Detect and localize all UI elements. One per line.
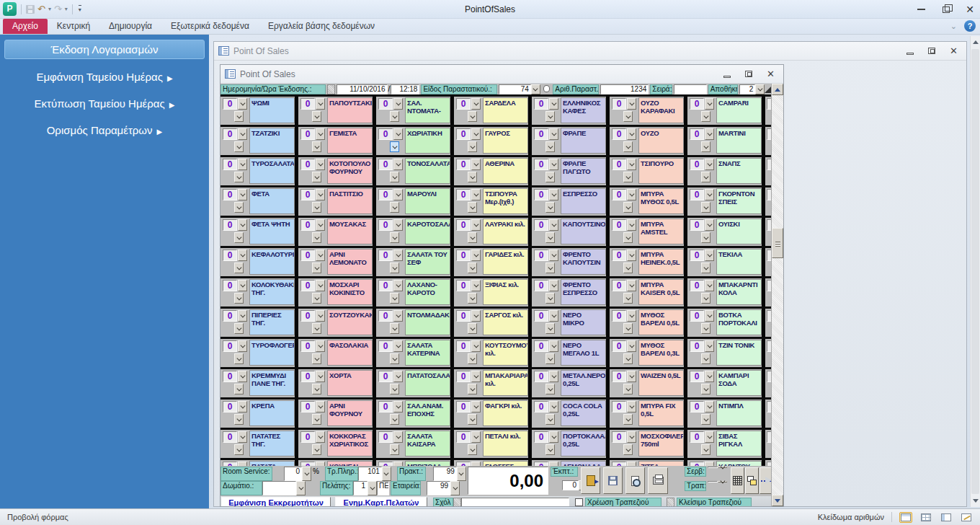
product-button[interactable]: ΠΑΤΑΤΟΣΑΛΑΤΑ <box>405 370 450 396</box>
quantity-value[interactable]: 0 <box>223 310 237 322</box>
product-button[interactable]: ΜΠΥΡΑ KAISER 0,5L <box>638 279 684 305</box>
chevron-down-icon[interactable] <box>549 401 558 412</box>
chevron-down-icon[interactable] <box>312 444 321 455</box>
chevron-down-icon[interactable] <box>471 189 481 200</box>
chevron-down-icon[interactable] <box>393 431 403 443</box>
chevron-down-icon[interactable] <box>705 431 714 443</box>
product-button[interactable]: ΜΠΥΡΑ FIX 0,5L <box>638 400 684 426</box>
quantity-value[interactable]: 0 <box>223 189 237 200</box>
quantity-value[interactable]: 0 <box>690 431 704 443</box>
chevron-down-icon[interactable] <box>627 431 636 443</box>
quantity-value[interactable]: 0 <box>612 189 626 200</box>
chevron-down-icon[interactable] <box>238 401 247 412</box>
chevron-down-icon[interactable] <box>312 232 321 243</box>
scroll-up-icon[interactable] <box>772 84 783 95</box>
chevron-down-icon[interactable] <box>705 280 714 291</box>
chevron-down-icon[interactable] <box>468 414 477 425</box>
quantity-value[interactable]: 0 <box>456 189 471 200</box>
datasheet-view-button[interactable] <box>919 512 932 523</box>
chevron-down-icon[interactable] <box>701 202 710 213</box>
chevron-down-icon[interactable] <box>471 250 481 261</box>
chevron-down-icon[interactable] <box>549 128 558 140</box>
product-button[interactable]: ΓΚΟΡΝΤΟΝ ΣΠΕΙΣ <box>716 188 762 214</box>
quantity-value[interactable]: 0 <box>456 310 471 322</box>
chevron-down-icon[interactable] <box>468 293 477 304</box>
chevron-down-icon[interactable] <box>390 353 399 364</box>
undo-icon[interactable]: ↶ <box>37 4 45 14</box>
product-button[interactable]: ΠΟΡΤΟΚΑΛΑΔΑ 0,25L <box>561 431 606 456</box>
save-button[interactable] <box>603 467 623 494</box>
chevron-down-icon[interactable] <box>623 111 633 122</box>
chevron-down-icon[interactable] <box>468 141 477 152</box>
chevron-down-icon[interactable] <box>545 384 555 394</box>
quantity-value[interactable]: 0 <box>223 250 237 261</box>
chevron-down-icon[interactable] <box>549 431 558 443</box>
product-button[interactable]: ΓΛΩΣΣΕΣ <box>483 461 528 466</box>
chevron-down-icon[interactable] <box>705 128 714 140</box>
chevron-down-icon[interactable] <box>234 293 244 304</box>
minimize-button[interactable] <box>723 76 731 78</box>
chevron-down-icon[interactable] <box>393 128 403 140</box>
quantity-value[interactable]: 0 <box>612 250 626 261</box>
quantity-value[interactable]: 0 <box>690 401 704 412</box>
product-button[interactable]: ΧΟΡΤΑ <box>327 370 373 396</box>
quantity-value[interactable]: 0 <box>690 371 704 382</box>
chevron-down-icon[interactable] <box>390 262 399 273</box>
customer-name-field[interactable]: ΠΕ <box>377 481 389 495</box>
chevron-down-icon[interactable] <box>234 232 244 243</box>
sidebar-item-show-daily-register[interactable]: Εμφάνιση Ταμείου Ημέρας▶ <box>4 68 205 86</box>
chevron-down-icon[interactable] <box>390 414 399 425</box>
chevron-down-icon[interactable] <box>234 414 244 425</box>
quantity-value[interactable]: 0 <box>378 159 393 170</box>
close-button[interactable]: ✕ <box>966 4 974 15</box>
sidebar-item-print-daily-register[interactable]: Εκτύπωση Ταμείου Ημέρας▶ <box>4 94 205 112</box>
chevron-down-icon[interactable] <box>238 371 247 382</box>
tab-home[interactable]: Κεντρική <box>48 19 99 34</box>
product-button[interactable]: ΞΙΦΙΑΣ κιλ. <box>483 279 528 305</box>
product-button[interactable]: ΝΕΡΟ ΜΙΚΡΟ <box>561 309 606 335</box>
chevron-down-icon[interactable] <box>393 219 403 231</box>
chevron-down-icon[interactable] <box>393 250 403 261</box>
quantity-value[interactable]: 0 <box>456 340 471 352</box>
product-button[interactable]: ΛΕΜΟΝΑΔΑ <box>561 461 606 466</box>
product-button[interactable]: ΤΥΡΟΣΑΛΑΤΑ <box>249 158 295 184</box>
chevron-down-icon[interactable] <box>316 128 325 140</box>
product-button[interactable]: ΦΕΤΑ <box>249 188 295 214</box>
chevron-down-icon[interactable] <box>312 172 321 182</box>
product-button[interactable]: ΦΡΕΝΤΟ ΕΣΠΡΕΣΣΟ <box>561 279 606 305</box>
chevron-down-icon[interactable] <box>234 323 244 334</box>
chevron-down-icon[interactable] <box>705 250 714 261</box>
chevron-down-icon[interactable] <box>705 340 714 352</box>
chevron-down-icon[interactable] <box>627 250 636 261</box>
quantity-value[interactable]: 0 <box>300 159 315 170</box>
company-value[interactable]: 99 <box>427 481 450 495</box>
chevron-down-icon[interactable] <box>316 280 325 291</box>
chevron-down-icon[interactable] <box>623 293 633 304</box>
quantity-value[interactable]: 0 <box>300 280 315 291</box>
chevron-down-icon[interactable] <box>234 111 244 122</box>
chevron-down-icon[interactable] <box>468 172 477 182</box>
chevron-down-icon[interactable] <box>627 98 636 110</box>
chevron-down-icon[interactable] <box>623 414 633 425</box>
quantity-value[interactable]: 0 <box>378 340 393 352</box>
layout-button[interactable] <box>745 467 759 494</box>
chevron-down-icon[interactable] <box>312 202 321 213</box>
chevron-down-icon[interactable] <box>701 293 710 304</box>
product-button[interactable]: ΦΡΕΝΤΟ ΚΑΠΟΥΤΣΙΝ <box>561 249 606 275</box>
quantity-value[interactable]: 0 <box>223 128 237 140</box>
product-button[interactable]: ΒΟΤΚΑ ΠΟΡΤΟΚΑΛΙ <box>716 309 762 335</box>
chevron-down-icon[interactable] <box>312 384 321 394</box>
product-button[interactable]: ΚΕΦΑΛΟΤΥΡΙ <box>249 249 295 275</box>
send-button[interactable] <box>760 467 771 494</box>
chevron-down-icon[interactable] <box>718 481 727 482</box>
product-button[interactable]: ΤΖΙΝ ΤΟΝΙΚ <box>716 340 762 366</box>
chevron-down-icon[interactable] <box>627 189 636 200</box>
chevron-down-icon[interactable] <box>316 189 325 200</box>
quantity-value[interactable]: 0 <box>534 159 548 170</box>
chevron-down-icon[interactable] <box>549 340 558 352</box>
chevron-down-icon[interactable] <box>545 293 555 304</box>
sidebar-item-invoices[interactable]: Έκδοση Λογαριασμών <box>4 40 205 59</box>
quantity-value[interactable]: 0 <box>456 401 471 412</box>
quantity-value[interactable]: 0 <box>690 98 704 110</box>
product-button[interactable]: ΚΡΕΠΑ <box>249 400 295 426</box>
